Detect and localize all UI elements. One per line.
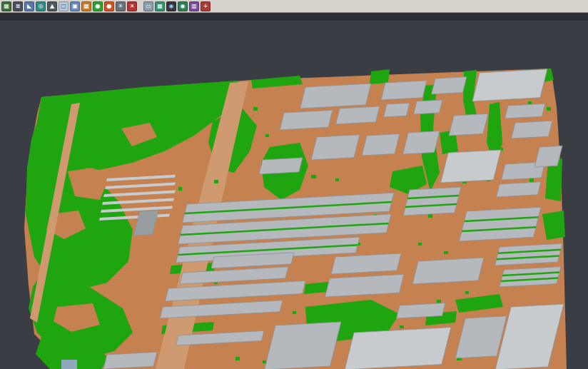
globe-dark-icon[interactable]: ◉ (166, 1, 176, 11)
bbox-icon[interactable]: ▢ (59, 1, 69, 11)
mesh-icon[interactable]: ▲ (47, 1, 57, 11)
terrain-grid-icon[interactable]: ▦ (1, 1, 11, 11)
orthophoto-icon[interactable]: ▩ (81, 1, 91, 11)
measure-icon[interactable]: + (201, 1, 211, 11)
histogram-icon[interactable]: ▥ (189, 1, 199, 11)
settings-gear-icon[interactable]: ✳ (116, 1, 126, 11)
viewport-3d[interactable] (0, 13, 588, 369)
camera-icon[interactable]: ▣ (70, 1, 80, 11)
slope-icon[interactable]: ◣ (24, 1, 34, 11)
clear-selection-icon[interactable]: ✕ (127, 1, 137, 11)
layers-icon[interactable]: ≣ (13, 1, 23, 11)
toolbar-icons: ▦≣◣◎▲▢▣▩●●✳✕▭▦◉◉▥+ (1, 1, 212, 11)
toolbar: ▦≣◣◎▲▢▣▩●●✳✕▭▦◉◉▥+ (0, 0, 588, 13)
scene-svg (0, 13, 588, 369)
classify-vegetation-icon[interactable]: ● (93, 1, 103, 11)
contour-icon[interactable]: ◎ (36, 1, 46, 11)
region-icon[interactable]: ▭ (143, 1, 153, 11)
globe-icon[interactable]: ◉ (178, 1, 188, 11)
classify-ground-icon[interactable]: ● (104, 1, 114, 11)
grid-table-icon[interactable]: ▦ (155, 1, 165, 11)
